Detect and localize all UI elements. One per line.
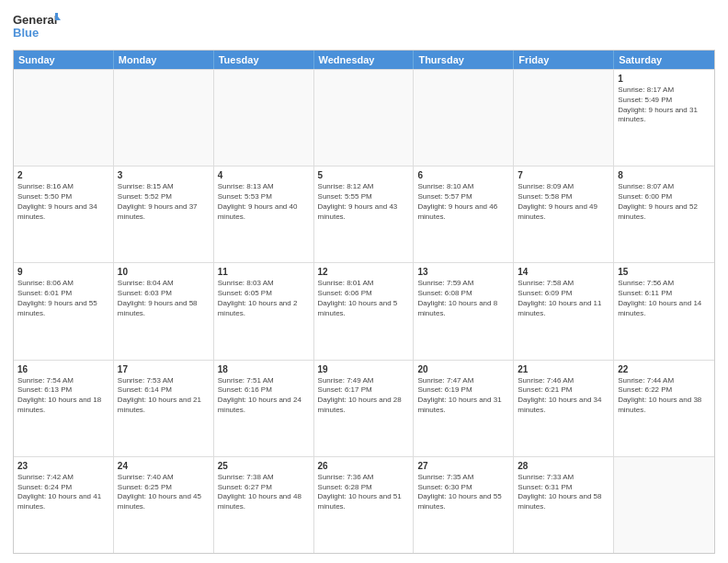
- calendar-cell: 7Sunrise: 8:09 AM Sunset: 5:58 PM Daylig…: [514, 167, 614, 262]
- weekday-header: Friday: [514, 51, 614, 69]
- day-info: Sunrise: 7:47 AM Sunset: 6:19 PM Dayligh…: [417, 376, 509, 416]
- day-number: 11: [218, 266, 310, 278]
- day-info: Sunrise: 7:56 AM Sunset: 6:11 PM Dayligh…: [618, 279, 711, 318]
- day-number: 6: [417, 169, 509, 181]
- day-number: 22: [618, 363, 711, 375]
- calendar-cell: 12Sunrise: 8:01 AM Sunset: 6:06 PM Dayli…: [314, 263, 415, 359]
- day-info: Sunrise: 8:15 AM Sunset: 5:52 PM Dayligh…: [118, 182, 210, 222]
- calendar-cell: 18Sunrise: 7:51 AM Sunset: 6:16 PM Dayli…: [214, 361, 314, 456]
- calendar-cell: [614, 457, 714, 553]
- calendar-cell: 21Sunrise: 7:46 AM Sunset: 6:21 PM Dayli…: [514, 361, 614, 456]
- calendar-cell: 8Sunrise: 8:07 AM Sunset: 6:00 PM Daylig…: [614, 167, 714, 262]
- day-number: 23: [17, 460, 109, 472]
- calendar-cell: 9Sunrise: 8:06 AM Sunset: 6:01 PM Daylig…: [14, 263, 114, 359]
- day-number: 14: [518, 266, 609, 278]
- calendar-cell: 26Sunrise: 7:36 AM Sunset: 6:28 PM Dayli…: [314, 457, 415, 553]
- calendar-row: 23Sunrise: 7:42 AM Sunset: 6:24 PM Dayli…: [14, 456, 714, 553]
- calendar-cell: 20Sunrise: 7:47 AM Sunset: 6:19 PM Dayli…: [414, 361, 514, 456]
- day-info: Sunrise: 7:58 AM Sunset: 6:09 PM Dayligh…: [518, 279, 609, 318]
- svg-text:Blue: Blue: [13, 26, 39, 40]
- calendar-cell: 15Sunrise: 7:56 AM Sunset: 6:11 PM Dayli…: [614, 263, 714, 359]
- calendar-cell: 19Sunrise: 7:49 AM Sunset: 6:17 PM Dayli…: [314, 361, 415, 456]
- day-number: 28: [518, 460, 609, 472]
- day-number: 26: [318, 460, 410, 472]
- day-number: 10: [118, 266, 210, 278]
- day-number: 18: [218, 363, 310, 375]
- calendar-cell: 3Sunrise: 8:15 AM Sunset: 5:52 PM Daylig…: [114, 167, 214, 262]
- calendar-cell: 4Sunrise: 8:13 AM Sunset: 5:53 PM Daylig…: [214, 167, 314, 262]
- calendar-cell: [14, 70, 114, 166]
- weekday-header: Thursday: [414, 51, 514, 69]
- day-info: Sunrise: 7:49 AM Sunset: 6:17 PM Dayligh…: [318, 376, 410, 416]
- calendar-cell: 5Sunrise: 8:12 AM Sunset: 5:55 PM Daylig…: [314, 167, 415, 262]
- calendar-cell: [514, 70, 614, 166]
- day-number: 20: [417, 363, 509, 375]
- calendar-cell: 13Sunrise: 7:59 AM Sunset: 6:08 PM Dayli…: [414, 263, 514, 359]
- day-number: 21: [518, 363, 609, 375]
- day-info: Sunrise: 8:04 AM Sunset: 6:03 PM Dayligh…: [118, 279, 210, 318]
- calendar-row: 1Sunrise: 8:17 AM Sunset: 5:49 PM Daylig…: [14, 69, 714, 166]
- day-number: 12: [318, 266, 410, 278]
- day-number: 1: [618, 73, 711, 85]
- day-number: 13: [417, 266, 509, 278]
- page: General Blue SundayMondayTuesdayWednesda…: [0, 0, 728, 563]
- calendar-body: 1Sunrise: 8:17 AM Sunset: 5:49 PM Daylig…: [14, 69, 714, 553]
- day-info: Sunrise: 8:01 AM Sunset: 6:06 PM Dayligh…: [318, 279, 410, 318]
- calendar: SundayMondayTuesdayWednesdayThursdayFrid…: [13, 50, 715, 554]
- logo-icon: General Blue: [13, 9, 61, 44]
- day-number: 9: [17, 266, 109, 278]
- day-info: Sunrise: 7:35 AM Sunset: 6:30 PM Dayligh…: [417, 473, 509, 512]
- day-number: 3: [118, 169, 210, 181]
- header: General Blue: [13, 9, 715, 44]
- day-info: Sunrise: 7:38 AM Sunset: 6:27 PM Dayligh…: [218, 473, 310, 512]
- calendar-cell: 16Sunrise: 7:54 AM Sunset: 6:13 PM Dayli…: [14, 361, 114, 456]
- day-info: Sunrise: 7:53 AM Sunset: 6:14 PM Dayligh…: [118, 376, 210, 416]
- calendar-cell: 25Sunrise: 7:38 AM Sunset: 6:27 PM Dayli…: [214, 457, 314, 553]
- day-info: Sunrise: 7:51 AM Sunset: 6:16 PM Dayligh…: [218, 376, 310, 416]
- day-info: Sunrise: 8:13 AM Sunset: 5:53 PM Dayligh…: [218, 182, 310, 222]
- calendar-header: SundayMondayTuesdayWednesdayThursdayFrid…: [14, 51, 714, 69]
- day-number: 27: [417, 460, 509, 472]
- day-number: 16: [17, 363, 109, 375]
- day-info: Sunrise: 8:16 AM Sunset: 5:50 PM Dayligh…: [17, 182, 109, 222]
- day-number: 19: [318, 363, 410, 375]
- calendar-row: 9Sunrise: 8:06 AM Sunset: 6:01 PM Daylig…: [14, 262, 714, 359]
- day-info: Sunrise: 8:09 AM Sunset: 5:58 PM Dayligh…: [518, 182, 609, 222]
- day-info: Sunrise: 8:07 AM Sunset: 6:00 PM Dayligh…: [618, 182, 711, 222]
- calendar-cell: 2Sunrise: 8:16 AM Sunset: 5:50 PM Daylig…: [14, 167, 114, 262]
- weekday-header: Tuesday: [214, 51, 314, 69]
- day-number: 5: [318, 169, 410, 181]
- weekday-header: Sunday: [14, 51, 114, 69]
- day-number: 25: [218, 460, 310, 472]
- day-number: 15: [618, 266, 711, 278]
- day-info: Sunrise: 7:46 AM Sunset: 6:21 PM Dayligh…: [518, 376, 609, 416]
- day-info: Sunrise: 8:10 AM Sunset: 5:57 PM Dayligh…: [417, 182, 509, 222]
- day-info: Sunrise: 7:44 AM Sunset: 6:22 PM Dayligh…: [618, 376, 711, 416]
- day-info: Sunrise: 7:36 AM Sunset: 6:28 PM Dayligh…: [318, 473, 410, 512]
- logo: General Blue: [13, 9, 61, 44]
- calendar-cell: [314, 70, 415, 166]
- day-info: Sunrise: 8:17 AM Sunset: 5:49 PM Dayligh…: [618, 86, 711, 125]
- day-number: 4: [218, 169, 310, 181]
- calendar-cell: 17Sunrise: 7:53 AM Sunset: 6:14 PM Dayli…: [114, 361, 214, 456]
- svg-rect-3: [55, 13, 58, 20]
- day-info: Sunrise: 8:12 AM Sunset: 5:55 PM Dayligh…: [318, 182, 410, 222]
- calendar-cell: 1Sunrise: 8:17 AM Sunset: 5:49 PM Daylig…: [614, 70, 714, 166]
- day-number: 24: [118, 460, 210, 472]
- day-number: 2: [17, 169, 109, 181]
- day-info: Sunrise: 8:03 AM Sunset: 6:05 PM Dayligh…: [218, 279, 310, 318]
- calendar-cell: 6Sunrise: 8:10 AM Sunset: 5:57 PM Daylig…: [414, 167, 514, 262]
- day-info: Sunrise: 7:54 AM Sunset: 6:13 PM Dayligh…: [17, 376, 109, 416]
- calendar-row: 16Sunrise: 7:54 AM Sunset: 6:13 PM Dayli…: [14, 360, 714, 456]
- calendar-cell: 27Sunrise: 7:35 AM Sunset: 6:30 PM Dayli…: [414, 457, 514, 553]
- weekday-header: Wednesday: [314, 51, 415, 69]
- calendar-cell: [214, 70, 314, 166]
- day-info: Sunrise: 7:40 AM Sunset: 6:25 PM Dayligh…: [118, 473, 210, 512]
- calendar-cell: 24Sunrise: 7:40 AM Sunset: 6:25 PM Dayli…: [114, 457, 214, 553]
- day-info: Sunrise: 8:06 AM Sunset: 6:01 PM Dayligh…: [17, 279, 109, 318]
- calendar-cell: [414, 70, 514, 166]
- calendar-cell: [114, 70, 214, 166]
- day-info: Sunrise: 7:33 AM Sunset: 6:31 PM Dayligh…: [518, 473, 609, 512]
- calendar-cell: 23Sunrise: 7:42 AM Sunset: 6:24 PM Dayli…: [14, 457, 114, 553]
- calendar-cell: 10Sunrise: 8:04 AM Sunset: 6:03 PM Dayli…: [114, 263, 214, 359]
